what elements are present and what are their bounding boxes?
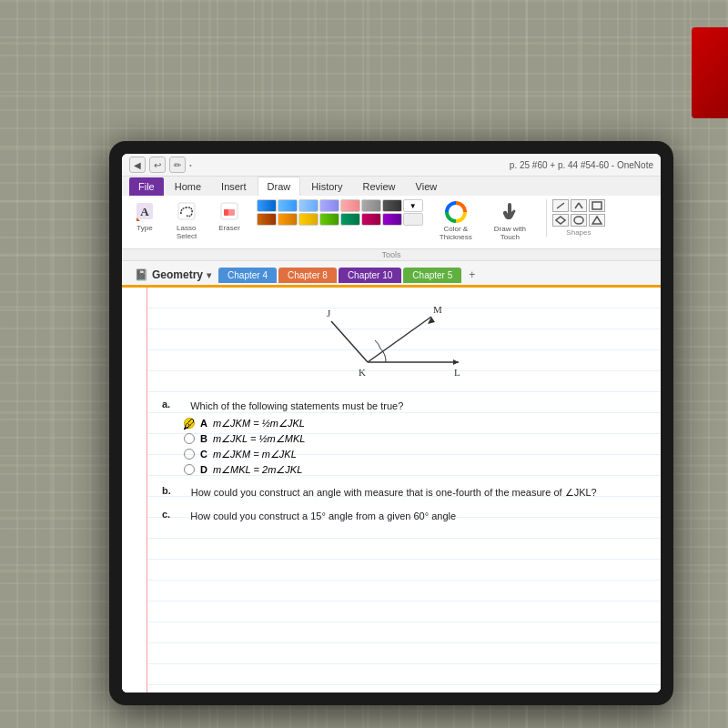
ribbon-tabs: File Home Insert Draw History Review Vie…	[122, 177, 661, 196]
type-label: Type	[136, 224, 152, 232]
tab-review[interactable]: Review	[354, 177, 405, 196]
title-bar: ◀ ↩ ✏ • p. 25 #60 + p. 44 #54-60 - OneNo…	[122, 154, 661, 177]
pen-swatch-empty[interactable]	[403, 213, 423, 226]
pen-swatch-blue-pale[interactable]	[298, 199, 318, 212]
eraser-tool[interactable]: Eraser	[213, 199, 246, 234]
tools-section-label: Tools	[122, 249, 661, 261]
tab-insert[interactable]: Insert	[212, 177, 256, 196]
type-icon: A	[135, 201, 155, 224]
pen-swatch-blue-light[interactable]	[278, 199, 298, 212]
radio-a[interactable]: 🖊	[184, 418, 195, 429]
radio-d[interactable]	[184, 464, 195, 475]
option-c[interactable]: C m∠JKM = m∠JKL	[184, 449, 646, 460]
svg-line-17	[368, 317, 431, 362]
question-c-text: How could you construct a 15° angle from…	[190, 509, 456, 524]
pen-swatches-container: ▼	[257, 199, 423, 226]
chapter-4-tab[interactable]: Chapter 4	[218, 268, 277, 283]
chapter-8-tab[interactable]: Chapter 8	[278, 268, 337, 283]
question-c-label: c.	[162, 509, 170, 520]
shape-diamond[interactable]	[552, 214, 569, 227]
question-b-label: b.	[162, 485, 171, 496]
pen-swatch-green[interactable]	[319, 213, 339, 226]
question-a-text: Which of the following statements must b…	[190, 399, 403, 414]
color-thickness-tool[interactable]: Color &Thickness	[434, 199, 478, 243]
svg-marker-14	[592, 217, 602, 224]
tab-file[interactable]: File	[129, 177, 164, 196]
chapter-5-tab[interactable]: Chapter 5	[403, 268, 461, 283]
tablet-device: ◀ ↩ ✏ • p. 25 #60 + p. 44 #54-60 - OneNo…	[109, 141, 673, 705]
tools-label: Tools	[381, 250, 400, 259]
pen-swatch-blue-wave[interactable]	[257, 199, 277, 212]
question-a-label: a.	[162, 399, 170, 410]
shape-angle[interactable]	[571, 199, 587, 212]
add-tab-button[interactable]: +	[463, 266, 480, 284]
option-a-text: m∠JKM = ½m∠JKL	[213, 418, 305, 430]
radio-c[interactable]	[184, 449, 195, 460]
option-b-letter: B	[200, 433, 207, 444]
tab-home[interactable]: Home	[166, 177, 210, 196]
shape-rect[interactable]	[589, 199, 605, 212]
svg-marker-12	[556, 217, 565, 224]
lasso-tool[interactable]: LassoSelect	[171, 199, 202, 242]
notebook-dropdown-icon[interactable]: ▾	[207, 270, 211, 280]
red-object	[692, 27, 728, 118]
answer-options: 🖊 A m∠JKM = ½m∠JKL B m∠JKL = ½m∠MKL	[184, 418, 646, 476]
svg-marker-16	[453, 359, 459, 365]
pen-swatch-red[interactable]	[361, 213, 381, 226]
tab-history[interactable]: History	[302, 177, 351, 196]
eraser-icon	[219, 201, 239, 224]
option-b[interactable]: B m∠JKL = ½m∠MKL	[184, 433, 646, 445]
svg-line-9	[575, 203, 579, 208]
radio-b[interactable]	[184, 433, 195, 444]
menu-button[interactable]: ✏	[169, 157, 186, 173]
tab-draw[interactable]: Draw	[258, 177, 301, 196]
pen-swatch-teal[interactable]	[340, 213, 360, 226]
draw-touch-tool[interactable]: Draw withTouch	[489, 199, 531, 243]
page-content: J M K L a. Which of the following statem…	[147, 288, 661, 693]
geometry-diagram: J M K L	[162, 298, 646, 389]
notebook-title-container: 📓 Geometry ▾	[129, 265, 217, 285]
pen-swatch-more[interactable]: ▼	[403, 199, 423, 212]
pen-swatch-dark[interactable]	[382, 199, 402, 212]
diagram-svg: J M K L	[313, 298, 495, 389]
undo-button[interactable]: ↩	[149, 157, 166, 173]
option-d[interactable]: D m∠MKL = 2m∠JKL	[184, 464, 646, 476]
shapes-group: Shapes	[546, 199, 605, 237]
option-d-letter: D	[200, 464, 207, 475]
pen-swatch-gray[interactable]	[361, 199, 381, 212]
back-button[interactable]: ◀	[129, 157, 146, 173]
ribbon-content: A Type LassoSelect	[122, 196, 661, 249]
pen-swatch-lavender[interactable]	[319, 199, 339, 212]
option-a-letter: A	[200, 418, 207, 429]
pen-swatch-amber[interactable]	[278, 213, 298, 226]
tab-view[interactable]: View	[407, 177, 447, 196]
svg-rect-11	[592, 202, 602, 209]
svg-text:K: K	[359, 367, 366, 378]
shapes-row-2	[552, 214, 605, 227]
shape-line[interactable]	[552, 199, 569, 212]
content-area: J M K L a. Which of the following statem…	[122, 288, 661, 693]
nav-controls: ◀ ↩ ✏ •	[129, 157, 192, 173]
pen-swatch-yellow[interactable]	[298, 213, 318, 226]
svg-point-13	[574, 217, 583, 224]
shape-triangle[interactable]	[589, 214, 605, 227]
shape-circle[interactable]	[571, 214, 587, 227]
option-a[interactable]: 🖊 A m∠JKM = ½m∠JKL	[184, 418, 646, 430]
pen-swatch-orange[interactable]	[257, 213, 277, 226]
notebook-header: 📓 Geometry ▾ Chapter 4 Chapter 8 Chapter…	[122, 261, 661, 288]
question-c-block: c. How could you construct a 15° angle f…	[162, 509, 646, 524]
type-tool[interactable]: A Type	[129, 199, 160, 234]
lasso-icon	[177, 201, 197, 224]
option-b-text: m∠JKL = ½m∠MKL	[213, 433, 305, 445]
chapter-10-tab[interactable]: Chapter 10	[339, 268, 401, 283]
notebook-title: Geometry	[152, 268, 203, 281]
pen-swatch-pink[interactable]	[340, 199, 360, 212]
pen-swatch-purple[interactable]	[382, 213, 402, 226]
option-d-text: m∠MKL = 2m∠JKL	[213, 464, 302, 476]
nav-dot: •	[189, 161, 192, 169]
color-wheel-icon	[445, 201, 467, 225]
question-b-block: b. How could you construct an angle with…	[162, 485, 646, 500]
svg-line-8	[557, 203, 564, 208]
svg-text:M: M	[433, 304, 442, 315]
color-label: Color &Thickness	[440, 225, 472, 241]
